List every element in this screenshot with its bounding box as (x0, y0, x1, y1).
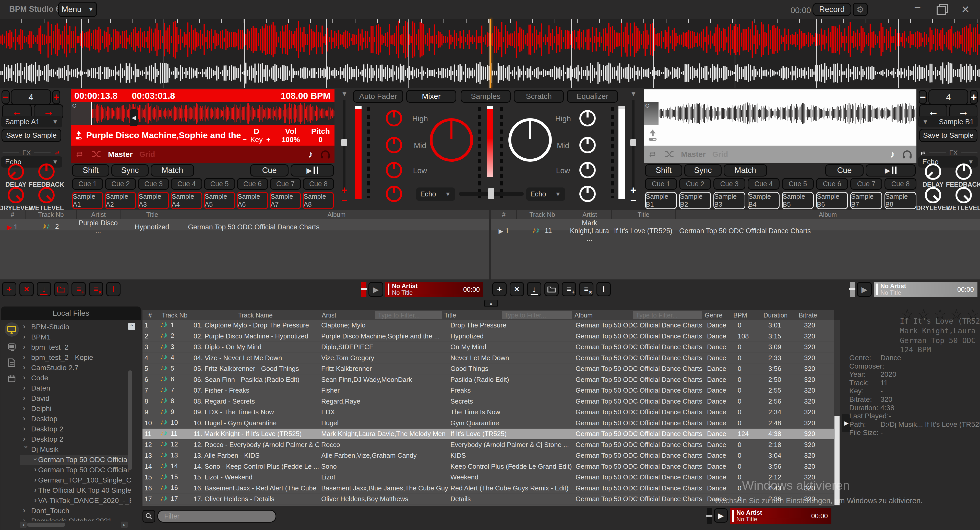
tree-item[interactable]: › Dj Musik (20, 444, 131, 455)
eq-mid-knob-b[interactable] (579, 137, 596, 153)
sync-button-a[interactable]: Sync (111, 164, 149, 177)
col-title[interactable]: Title (442, 312, 502, 319)
remove-track-button-a[interactable]: × (19, 282, 34, 296)
table-row[interactable]: 8 ♪♪8 08. Regard - Secrets Regard,Raye S… (143, 396, 834, 407)
title-filter-input[interactable] (502, 311, 572, 319)
sample-select-b[interactable]: ▼Sample B1 (918, 116, 978, 127)
collapse-browser-button[interactable]: ◀ (130, 109, 138, 126)
feedback-knob-a[interactable] (38, 164, 55, 180)
col-bpm[interactable]: BPM (731, 312, 761, 319)
cue-pad[interactable]: Cue 5 (204, 178, 235, 190)
add-track-button-a[interactable]: + (2, 282, 16, 296)
table-row[interactable]: 11 ♪♪11 11. Mark Knight - If It's Love (… (143, 428, 834, 439)
table-row[interactable]: 10 ♪♪10 10. Hugel - Gym Quarantine Hugel… (143, 418, 834, 429)
album-filter-input[interactable] (633, 311, 702, 319)
col-genre[interactable]: Genre (702, 312, 731, 319)
key-plus-button[interactable]: + (266, 135, 270, 144)
sample-pad[interactable]: Sample B8 (885, 192, 916, 209)
documents-icon[interactable] (5, 355, 19, 370)
play-pause-button-a[interactable]: ▶ (291, 164, 334, 177)
play-pause-button-b[interactable]: ▶ (865, 164, 916, 177)
pitch-fader-track-b[interactable] (632, 100, 635, 192)
calendar-icon[interactable] (5, 371, 19, 386)
gain-knob-b[interactable] (508, 118, 552, 162)
scroll-thumb[interactable] (834, 416, 840, 505)
col-duration[interactable]: Duration (761, 312, 796, 319)
artist-filter-input[interactable] (375, 311, 442, 319)
tree-item[interactable]: › German Top 50 ODC Official Dance (20, 455, 131, 465)
library-scrollbar[interactable] (834, 320, 840, 506)
remove-playlist-button-b[interactable]: ≡× (579, 282, 593, 296)
crossfader-fx-select-a[interactable]: Echo▼ (416, 188, 455, 201)
preview-play-button-a[interactable]: ▶ (369, 282, 383, 297)
loop-plus-button-a[interactable]: + (52, 90, 60, 104)
shuffle-icon[interactable] (664, 149, 675, 159)
crossfader-fx-select-b[interactable]: Echo▼ (526, 188, 565, 201)
scroll-up-button[interactable]: ⌃ (128, 323, 135, 330)
tree-item[interactable]: › Desktop 2 (20, 434, 131, 444)
folder-icon[interactable] (54, 282, 68, 296)
scroll-thumb[interactable] (27, 523, 65, 527)
cue-pad[interactable]: Cue 4 (171, 178, 202, 190)
feedback-knob-b[interactable] (956, 164, 972, 180)
shuffle-icon[interactable] (91, 149, 101, 159)
sample-pad[interactable]: Sample A2 (105, 192, 136, 209)
chevron-down-icon[interactable]: ▼ (341, 90, 348, 98)
col-bitrate[interactable]: Bitrate (796, 312, 834, 319)
remove-track-button-b[interactable]: × (510, 282, 524, 296)
table-row[interactable]: 17 ♪♪17 17. Oliver Heldens - Details Oli… (143, 494, 834, 505)
gain-knob-a[interactable] (430, 118, 473, 162)
sample-pad[interactable]: Sample B5 (782, 192, 814, 209)
import-button-a[interactable]: ↓ (37, 282, 51, 296)
sample-pad[interactable]: Sample A7 (270, 192, 301, 209)
note-icon[interactable]: ♪ (308, 148, 313, 160)
loop-length-a[interactable]: 4 (11, 89, 51, 105)
tab-samples[interactable]: Samples (461, 90, 511, 103)
table-row[interactable]: 16 ♪♪16 16. Basement Jaxx - Red Alert (T… (143, 483, 834, 494)
sample-pad[interactable]: Sample A8 (303, 192, 334, 209)
col-album[interactable]: Album (572, 312, 633, 319)
sample-pad[interactable]: Sample B6 (816, 192, 848, 209)
close-icon[interactable]: ✕ (959, 3, 972, 15)
cue-pad[interactable]: Cue 2 (679, 178, 711, 190)
tree-item[interactable]: › German_TOP_100_Single_Charts_K (20, 475, 131, 485)
table-row[interactable]: 4 ♪♪4 04. Vize - Never Let Me Down Vize,… (143, 353, 834, 364)
info-button-a[interactable]: i (106, 282, 121, 296)
minimize-button[interactable]: – (911, 1, 924, 13)
table-row[interactable]: 14 ♪♪14 14. Sono - Keep Control Plus (Fe… (143, 461, 834, 472)
sample-pad[interactable]: Sample A4 (171, 192, 202, 209)
col-track-nb[interactable]: Track Nb (158, 312, 191, 319)
scroll-right-button[interactable]: ▸ (121, 522, 128, 528)
cue-pad[interactable]: Cue 7 (270, 178, 301, 190)
key-minus-button[interactable]: − (243, 135, 247, 144)
match-button-b[interactable]: Match (724, 164, 767, 177)
crossfader-thumb[interactable] (488, 188, 494, 199)
tree-item[interactable]: › BPM1 (20, 332, 131, 342)
tree-item[interactable]: › Dont_Touch (20, 506, 131, 516)
local-files-icon[interactable] (5, 322, 19, 337)
gear-icon[interactable]: ⚙ (853, 3, 868, 16)
pitch-minus-button-b[interactable]: − (629, 196, 637, 205)
loop-icon[interactable] (74, 149, 84, 159)
deck-a-waveform[interactable]: C (71, 102, 334, 125)
cue-button-a[interactable]: Cue (250, 164, 288, 177)
tab-mixer[interactable]: Mixer (406, 90, 456, 103)
loop-minus-button-b[interactable]: − (919, 90, 927, 104)
sample-pad[interactable]: Sample B7 (850, 192, 882, 209)
wetlevel-knob-a[interactable] (38, 187, 55, 203)
table-row[interactable]: 1 ♪♪1 01. Claptone Mylo - Drop The Press… (143, 320, 834, 331)
wetlevel-knob-b[interactable] (956, 187, 972, 203)
sample-pad[interactable]: Sample A3 (138, 192, 169, 209)
import-button-b[interactable]: ↓ (527, 282, 541, 296)
cue-pad[interactable]: Cue 1 (72, 178, 103, 190)
cue-pad[interactable]: Cue 4 (748, 178, 780, 190)
deck-b-waveform[interactable]: C (644, 102, 916, 125)
col-track-name[interactable]: Track Name (191, 312, 319, 319)
filter-knob-a[interactable] (386, 186, 402, 202)
master-toggle-a[interactable]: Master (108, 150, 133, 159)
shift-button-b[interactable]: Shift (645, 164, 682, 177)
tree-item[interactable]: › CamStudio 2.7 (20, 363, 131, 373)
table-row[interactable]: 15 ♪♪15 15. Lizot - Weekend Lizot Weeken… (143, 472, 834, 483)
headphones-icon[interactable] (902, 149, 913, 160)
tab-equalizer[interactable]: Equalizer (567, 90, 618, 103)
